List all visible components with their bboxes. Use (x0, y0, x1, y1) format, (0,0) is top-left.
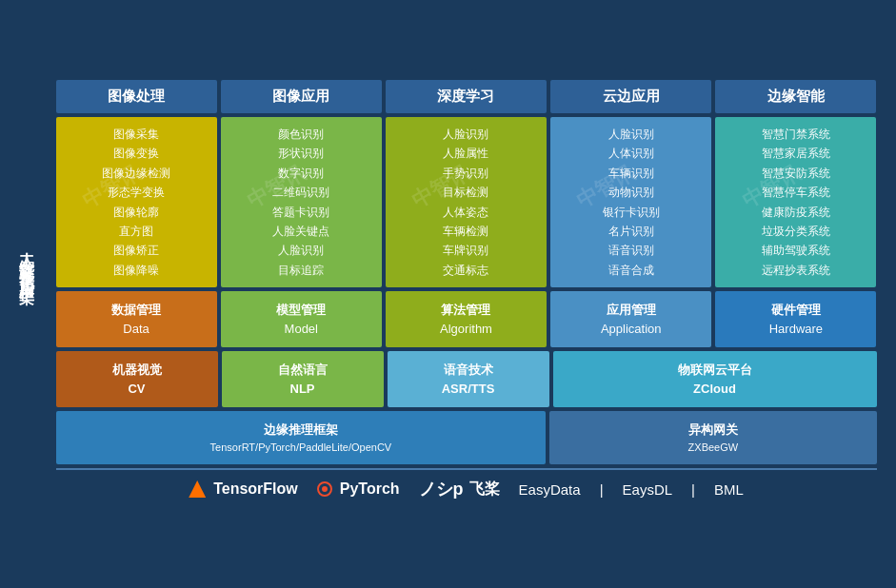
mgmt-data-cn: 数据管理 (60, 301, 213, 320)
ce-item-2: 车辆识别 (608, 167, 654, 180)
mgmt-algo-en: Algorithm (389, 320, 543, 339)
tech-asr-en: ASR/TTS (391, 380, 546, 399)
ia-item-1: 形状识别 (278, 147, 324, 160)
mgmt-application: 应用管理 Application (550, 291, 711, 347)
footer-tensorflow: TensorFlow (189, 480, 298, 498)
ip-item-2: 图像边缘检测 (102, 167, 170, 180)
grid-area: 图像处理 图像应用 深度学习 云边应用 边缘智能 图像采集 图像变换 图像边缘检… (56, 80, 877, 508)
content-main-row: 图像采集 图像变换 图像边缘检测 形态学变换 图像轮廓 直方图 图像矫正 图像降… (56, 117, 877, 287)
mgmt-hardware: 硬件管理 Hardware (715, 291, 876, 347)
inference-edge: 边缘推理框架 TensorRT/PyTorch/PaddleLite/OpenC… (56, 411, 547, 464)
dl-item-6: 车牌识别 (443, 244, 488, 257)
dl-item-0: 人脸识别 (443, 127, 488, 141)
dl-item-1: 人脸属性 (443, 147, 488, 160)
ip-item-3: 形态学变换 (108, 186, 165, 199)
pytorch-icon (317, 481, 332, 497)
ia-item-5: 人脸关键点 (272, 225, 329, 238)
tech-cv-en: CV (60, 380, 214, 399)
ce-item-1: 人体识别 (608, 147, 654, 160)
footer-eaysdl-label: EaysDL (623, 481, 673, 498)
ce-item-0: 人脸识别 (608, 127, 654, 141)
tech-zcloud-en: ZCloud (557, 380, 873, 399)
mgmt-app-cn: 应用管理 (554, 301, 707, 320)
mgmt-model-en: Model (225, 320, 378, 339)
cell-deep-learning: 人脸识别 人脸属性 手势识别 目标检测 人体姿态 车辆检测 车牌识别 交通标志 (386, 117, 547, 287)
footer-eaysdl: EaysDL (623, 481, 673, 498)
ce-item-7: 语音合成 (608, 264, 654, 277)
footer-bml: BML (714, 481, 744, 498)
tech-row: 机器视觉 CV 自然语言 NLP 语音技术 ASR/TTS 物联网云平台 ZCl… (56, 351, 877, 407)
mgmt-algorithm: 算法管理 Algorithm (386, 291, 547, 347)
inference-gw-en: ZXBeeGW (553, 440, 872, 456)
inference-gateway: 异构网关 ZXBeeGW (549, 411, 876, 464)
ei-item-6: 辅助驾驶系统 (762, 244, 830, 257)
footer-row: TensorFlow PyTorch ノシp 飞桨 EasyData | Eay… (56, 468, 877, 508)
ia-item-7: 目标追踪 (278, 264, 324, 277)
cell-image-processing: 图像采集 图像变换 图像边缘检测 形态学变换 图像轮廓 直方图 图像矫正 图像降… (56, 117, 217, 287)
tech-nlp-en: NLP (226, 380, 380, 399)
mgmt-data: 数据管理 Data (56, 291, 217, 347)
ia-item-4: 答题卡识别 (272, 206, 329, 219)
footer-easydata-label: EasyData (519, 481, 581, 498)
left-label: 人工智能轻量化应用框架 (10, 118, 45, 403)
mgmt-app-en: Application (554, 320, 707, 339)
dl-item-7: 交通标志 (443, 264, 488, 277)
ip-item-5: 直方图 (119, 225, 153, 238)
pytorch-label: PyTorch (340, 480, 400, 498)
ce-item-3: 动物识别 (608, 186, 654, 199)
tech-zcloud: 物联网云平台 ZCloud (553, 351, 877, 407)
col-header-edge-intelligence: 边缘智能 (715, 80, 876, 113)
inference-row: 边缘推理框架 TensorRT/PyTorch/PaddleLite/OpenC… (56, 411, 877, 464)
ip-item-7: 图像降噪 (113, 264, 159, 277)
ei-item-3: 智慧停车系统 (762, 186, 830, 199)
ia-item-2: 数字识别 (278, 167, 324, 180)
separator-1: | (600, 481, 604, 498)
dl-item-3: 目标检测 (443, 186, 488, 199)
ip-item-1: 图像变换 (113, 147, 159, 160)
mgmt-algo-cn: 算法管理 (389, 301, 543, 320)
tech-nlp: 自然语言 NLP (222, 351, 384, 407)
inference-gw-cn: 异构网关 (553, 421, 872, 440)
ce-item-5: 名片识别 (608, 225, 654, 238)
mgmt-hw-cn: 硬件管理 (719, 301, 872, 320)
tech-asr-cn: 语音技术 (391, 361, 546, 380)
fejiang-icon: ノシp (419, 478, 464, 500)
ce-item-4: 银行卡识别 (603, 206, 660, 219)
inference-edge-cn: 边缘推理框架 (60, 421, 543, 440)
ia-item-6: 人脸识别 (278, 244, 324, 257)
tech-zcloud-cn: 物联网云平台 (557, 361, 873, 380)
management-row: 数据管理 Data 模型管理 Model 算法管理 Algorithm 应用管理… (56, 291, 877, 347)
footer-bml-label: BML (714, 481, 744, 498)
framework-label: 人工智能轻量化应用框架 (18, 240, 36, 282)
ip-item-4: 图像轮廓 (113, 206, 159, 219)
mgmt-model-cn: 模型管理 (225, 301, 378, 320)
ei-item-4: 健康防疫系统 (762, 206, 830, 219)
ei-item-7: 远程抄表系统 (762, 264, 830, 277)
main-container: 人工智能轻量化应用框架 图像处理 图像应用 深度学习 云边应用 边缘智能 图像采… (10, 70, 886, 518)
ei-item-1: 智慧家居系统 (762, 147, 830, 160)
col-header-image-processing: 图像处理 (56, 80, 217, 113)
col-header-deep-learning: 深度学习 (386, 80, 547, 113)
mgmt-hw-en: Hardware (719, 320, 872, 339)
ei-item-2: 智慧安防系统 (762, 167, 830, 180)
footer-sep1: | (600, 481, 604, 498)
mgmt-model: 模型管理 Model (221, 291, 382, 347)
tensorflow-label: TensorFlow (213, 480, 298, 498)
dl-item-5: 车辆检测 (443, 225, 488, 238)
tech-cv-cn: 机器视觉 (60, 361, 214, 380)
footer-easydata: EasyData (519, 481, 581, 498)
footer-sep2: | (691, 481, 695, 498)
cell-image-application: 颜色识别 形状识别 数字识别 二维码识别 答题卡识别 人脸关键点 人脸识别 目标… (221, 117, 382, 287)
header-row: 图像处理 图像应用 深度学习 云边应用 边缘智能 (56, 80, 877, 113)
inference-edge-en: TensorRT/PyTorch/PaddleLite/OpenCV (60, 440, 543, 456)
mgmt-data-en: Data (60, 320, 213, 339)
ei-item-5: 垃圾分类系统 (762, 225, 830, 238)
ia-item-0: 颜色识别 (278, 127, 324, 141)
ia-item-3: 二维码识别 (272, 186, 329, 199)
tech-asr: 语音技术 ASR/TTS (388, 351, 549, 407)
fejiang-label: 飞桨 (469, 480, 500, 500)
tensorflow-icon (189, 480, 206, 498)
cell-edge-intelligence: 智慧门禁系统 智慧家居系统 智慧安防系统 智慧停车系统 健康防疫系统 垃圾分类系… (715, 117, 876, 287)
dl-item-4: 人体姿态 (443, 206, 488, 219)
dl-item-2: 手势识别 (443, 167, 488, 180)
